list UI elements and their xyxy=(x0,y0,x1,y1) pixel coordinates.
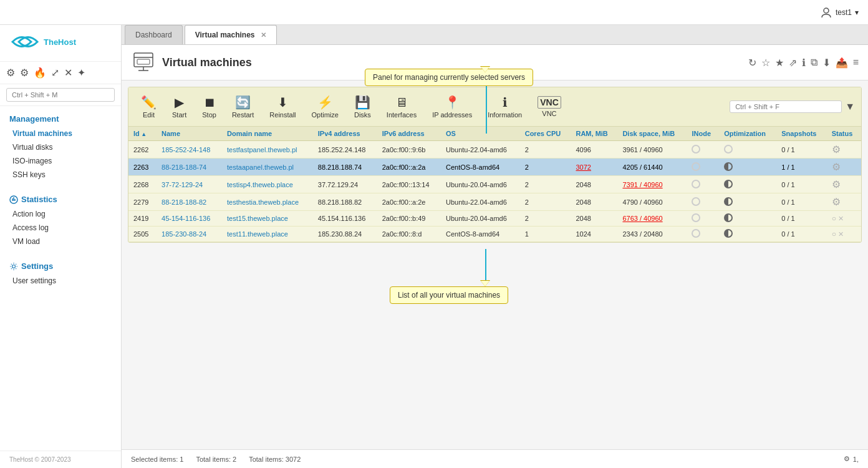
header-star-icon[interactable]: ☆ xyxy=(761,57,770,69)
tool-icon-3[interactable]: 🔥 xyxy=(34,67,46,79)
sidebar-item-access-log[interactable]: Access log xyxy=(0,221,121,235)
management-section-title[interactable]: Management xyxy=(0,111,121,127)
vm-table: Id Name Domain name IPv4 address IPv6 ad… xyxy=(128,127,861,242)
table-row[interactable]: 2268 37-72-129-24 testisp4.theweb.place … xyxy=(128,176,861,193)
copyright: TheHost © 2007-2023 xyxy=(0,451,121,468)
tool-restart[interactable]: 🔄 Restart xyxy=(226,92,260,121)
sidebar-search-input[interactable] xyxy=(6,88,115,102)
stop-icon: ⏹ xyxy=(203,95,216,110)
vm-table-wrapper: Id Name Domain name IPv4 address IPv6 ad… xyxy=(128,127,861,242)
cell-inode xyxy=(687,227,719,242)
filter-icon[interactable]: ▼ xyxy=(845,101,855,112)
tool-icon-expand[interactable]: ⤢ xyxy=(51,67,59,79)
col-os[interactable]: OS xyxy=(441,127,520,141)
header-refresh-icon[interactable]: ↻ xyxy=(748,57,756,69)
tool-stop[interactable]: ⏹ Stop xyxy=(196,93,223,121)
table-row[interactable]: 2505 185-230-88-24 test11.theweb.place 1… xyxy=(128,227,861,242)
table-row[interactable]: 2263 88-218-188-74 testaapanel.theweb.pl… xyxy=(128,158,861,176)
status-gear-icon[interactable]: ⚙ xyxy=(844,455,850,463)
tool-icon-1[interactable]: ⚙ xyxy=(6,67,15,79)
tool-reinstall[interactable]: ⬇ Reinstall xyxy=(263,92,302,121)
vm-search-input[interactable] xyxy=(730,100,842,113)
vm-panel: ✏️ Edit ▶ Start ⏹ Stop 🔄 xyxy=(128,87,862,243)
col-status[interactable]: Status xyxy=(827,127,861,141)
sidebar-tools: ⚙ ⚙ 🔥 ⤢ ✕ ✦ xyxy=(0,62,121,84)
disks-icon: 💾 xyxy=(355,95,370,110)
col-cores[interactable]: Cores CPU xyxy=(520,127,571,141)
status-total-items: Total items: 2 xyxy=(196,456,236,463)
sidebar: TheHost ⚙ ⚙ 🔥 ⤢ ✕ ✦ Management Virtual m… xyxy=(0,25,122,468)
cell-cores: 1 xyxy=(520,227,571,242)
tool-icon-5[interactable]: ✦ xyxy=(77,67,85,79)
cell-ipv6: 2a0c:f00::a:2e xyxy=(377,193,441,211)
sidebar-item-virtual-machines[interactable]: Virtual machines xyxy=(0,127,121,140)
sidebar-item-action-log[interactable]: Action log xyxy=(0,207,121,221)
sidebar-search-area xyxy=(0,84,121,106)
status-count: 1, xyxy=(853,456,859,463)
settings-section-title[interactable]: Settings xyxy=(0,258,121,274)
sidebar-management-section: Management Virtual machines Virtual disk… xyxy=(0,106,121,187)
cell-ipv4: 88.218.188.74 xyxy=(313,158,377,176)
table-row[interactable]: 2262 185-252-24-148 testfastpanel.theweb… xyxy=(128,141,861,158)
tool-start[interactable]: ▶ Start xyxy=(166,92,193,121)
col-optim[interactable]: Optimization xyxy=(719,127,776,141)
header-share-icon[interactable]: ⇗ xyxy=(789,57,797,69)
cell-status: ⚙ xyxy=(827,193,861,211)
cell-name: 185-230-88-24 xyxy=(157,227,222,242)
tool-edit[interactable]: ✏️ Edit xyxy=(135,92,163,121)
information-label: Information xyxy=(488,111,522,119)
header-copy-icon[interactable]: ⧉ xyxy=(811,57,817,68)
cell-domain: testaapanel.theweb.pl xyxy=(222,158,313,176)
tool-disks[interactable]: 💾 Disks xyxy=(348,92,377,121)
statusbar: Selected items: 1 Total items: 2 Total i… xyxy=(122,449,868,468)
header-export-icon[interactable]: 📤 xyxy=(836,57,848,69)
cell-status: ○ ✕ xyxy=(827,211,861,227)
optimize-label: Optimize xyxy=(312,111,339,119)
reinstall-icon: ⬇ xyxy=(277,95,288,110)
header-settings-icon[interactable]: ≡ xyxy=(853,57,859,68)
cell-id: 2263 xyxy=(128,158,157,176)
vm-search-area: ▼ xyxy=(730,100,855,113)
tool-icon-4[interactable]: ✕ xyxy=(64,67,72,79)
tool-information[interactable]: ℹ Information xyxy=(481,92,528,121)
header-actions: ↻ ☆ ★ ⇗ ℹ ⧉ ⬇ 📤 ≡ xyxy=(748,57,859,69)
col-id[interactable]: Id xyxy=(128,127,157,141)
col-domain[interactable]: Domain name xyxy=(222,127,313,141)
col-ram[interactable]: RAM, MiB xyxy=(571,127,617,141)
header-download-icon[interactable]: ⬇ xyxy=(822,57,831,69)
col-ipv4[interactable]: IPv4 address xyxy=(313,127,377,141)
tool-interfaces[interactable]: 🖥 Interfaces xyxy=(380,93,423,121)
col-name[interactable]: Name xyxy=(157,127,222,141)
tab-virtual-machines[interactable]: Virtual machines ✕ xyxy=(185,25,277,44)
tool-optimize[interactable]: ⚡ Optimize xyxy=(306,92,345,121)
col-snapshots[interactable]: Snapshots xyxy=(776,127,826,141)
tab-dashboard[interactable]: Dashboard xyxy=(125,25,183,44)
sidebar-item-ssh-keys[interactable]: SSH keys xyxy=(0,168,121,182)
header-info-icon[interactable]: ℹ xyxy=(802,57,806,69)
tool-vnc[interactable]: VNC VNC xyxy=(531,94,567,120)
sidebar-item-user-settings[interactable]: User settings xyxy=(0,274,121,288)
tab-vm-close[interactable]: ✕ xyxy=(261,31,266,39)
table-header-row: Id Name Domain name IPv4 address IPv6 ad… xyxy=(128,127,861,141)
header-star2-icon[interactable]: ★ xyxy=(775,57,784,69)
status-right: ⚙ 1, xyxy=(844,455,859,463)
sidebar-item-iso-images[interactable]: ISO-images xyxy=(0,154,121,168)
tool-ip-addresses[interactable]: 📍 IP addresses xyxy=(426,92,478,121)
col-ipv6[interactable]: IPv6 address xyxy=(377,127,441,141)
cell-ipv4: 37.72.129.24 xyxy=(313,176,377,193)
table-row[interactable]: 2279 88-218-188-82 testhestia.theweb.pla… xyxy=(128,193,861,211)
tooltip-bottom-line xyxy=(485,249,486,280)
cell-disk: 6763 / 40960 xyxy=(617,211,687,227)
cell-ipv6: 2a0c:f00::9:6b xyxy=(377,141,441,158)
sidebar-item-vm-load[interactable]: VM load xyxy=(0,235,121,248)
sidebar-item-virtual-disks[interactable]: Virtual disks xyxy=(0,140,121,154)
tooltip-bottom-text: List of all your virtual machines xyxy=(398,291,500,300)
vnc-icon: VNC xyxy=(538,96,561,109)
tool-icon-2[interactable]: ⚙ xyxy=(20,67,29,79)
user-menu[interactable]: test1 ▾ xyxy=(820,6,859,19)
cell-os: Ubuntu-22.04-amd6 xyxy=(441,141,520,158)
col-inode[interactable]: INode xyxy=(687,127,719,141)
col-disk[interactable]: Disk space, MiB xyxy=(617,127,687,141)
statistics-section-title[interactable]: Statistics xyxy=(0,192,121,207)
table-row[interactable]: 2419 45-154-116-136 test15.theweb.place … xyxy=(128,211,861,227)
